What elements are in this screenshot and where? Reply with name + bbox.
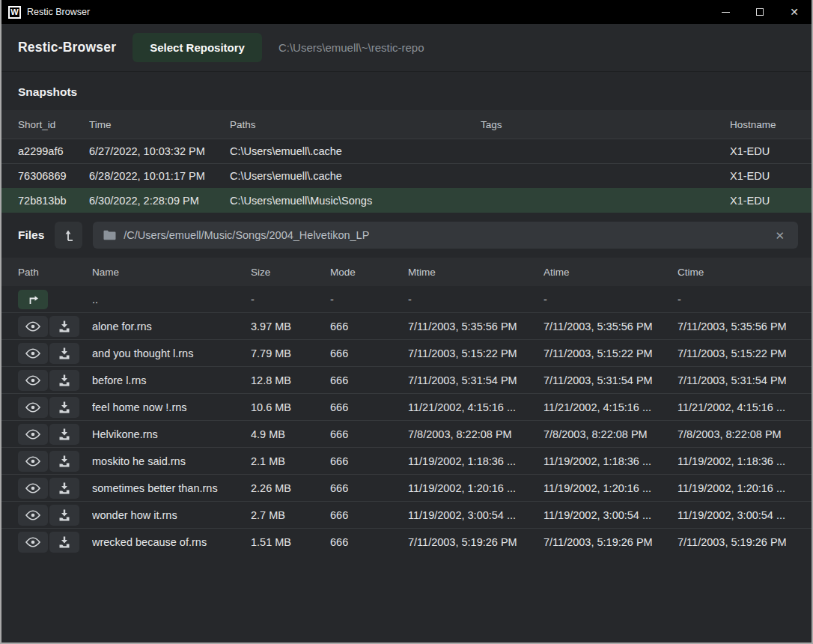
snapshot-time: 6/28/2022, 10:01:17 PM [89,170,230,182]
file-mode: 666 [330,509,408,521]
current-path-bar[interactable]: /C/Users/emuell/Music/Songs/2004_Helveti… [93,222,798,249]
close-icon: ✕ [790,7,799,17]
preview-file-button[interactable] [18,343,48,364]
download-file-button[interactable] [49,532,79,553]
col-paths: Paths [230,119,481,130]
file-size: 10.6 MB [251,401,330,413]
download-file-button[interactable] [49,397,79,418]
file-mode: 666 [330,536,408,548]
col-mode: Mode [330,267,408,278]
file-name: wonder how it.rns [92,509,251,521]
file-size: - [251,294,330,306]
download-file-button[interactable] [49,505,79,526]
file-atime: 7/11/2003, 5:19:26 PM [543,536,678,548]
file-size: 1.51 MB [251,536,330,548]
download-icon [57,454,72,469]
file-atime: 11/19/2002, 1:18:36 ... [543,455,678,467]
snapshot-paths: C:\Users\emuell\.cache [230,145,481,157]
file-size: 12.8 MB [251,374,330,386]
download-icon [57,508,72,523]
file-mode: 666 [330,374,408,386]
file-atime: 7/11/2003, 5:35:56 PM [543,321,678,332]
window-title: Restic Browser [27,7,90,17]
eye-icon [25,347,41,359]
eye-icon [25,321,41,332]
file-name: .. [92,294,251,306]
file-ctime: 11/19/2002, 1:18:36 ... [678,455,795,467]
download-file-button[interactable] [49,451,79,472]
file-mtime: 11/19/2002, 1:18:36 ... [408,455,543,467]
files-section-title: Files [18,228,44,242]
file-size: 2.1 MB [251,455,330,467]
empty-area [1,555,812,643]
col-ctime: Ctime [678,267,795,278]
eye-icon [25,401,41,413]
file-size: 7.79 MB [251,347,330,359]
file-mode: 666 [330,347,408,359]
file-size: 3.97 MB [251,321,330,332]
go-up-button[interactable] [18,290,48,309]
snapshot-time: 6/27/2022, 10:03:32 PM [89,145,230,157]
col-hostname: Hostname [730,119,795,130]
download-file-button[interactable] [49,370,79,391]
app-window: W Restic Browser ✕ Restic-Browser Select… [0,0,813,644]
maximize-button[interactable] [743,0,777,24]
clear-path-button[interactable]: ✕ [772,228,788,243]
file-row: and you thought l.rns 7.79 MB 666 7/11/2… [1,339,812,366]
file-mtime: 11/21/2002, 4:15:16 ... [408,401,543,413]
level-up-icon [61,228,76,243]
preview-file-button[interactable] [18,451,48,472]
close-button[interactable]: ✕ [777,0,812,24]
preview-file-button[interactable] [18,370,48,391]
app-logo-icon: W [8,6,21,19]
preview-file-button[interactable] [18,397,48,418]
file-mtime: 7/11/2003, 5:31:54 PM [408,374,543,386]
preview-file-button[interactable] [18,532,48,553]
col-tags: Tags [481,119,730,130]
go-to-root-button[interactable] [55,222,82,249]
files-toolbar: Files /C/Users/emuell/Music/Songs/2004_H… [1,213,812,258]
col-time: Time [89,119,230,130]
eye-icon [25,374,41,386]
file-row: sometimes better than.rns 2.26 MB 666 11… [1,474,812,501]
download-file-button[interactable] [49,316,79,337]
file-ctime: 7/11/2003, 5:19:26 PM [678,536,795,548]
snapshot-paths: C:\Users\emuell\Music\Songs [230,195,481,207]
file-atime: 7/11/2003, 5:31:54 PM [543,374,678,386]
download-icon [57,319,72,334]
file-mtime: 7/11/2003, 5:15:22 PM [408,347,543,359]
download-file-button[interactable] [49,343,79,364]
preview-file-button[interactable] [18,478,48,499]
file-mode: 666 [330,401,408,413]
download-icon [57,481,72,496]
file-mode: 666 [330,321,408,332]
file-mode: 666 [330,455,408,467]
preview-file-button[interactable] [18,316,48,337]
col-size: Size [251,267,330,278]
file-ctime: 7/11/2003, 5:31:54 PM [678,374,795,386]
file-ctime: - [678,294,795,306]
snapshot-short-id: 72b813bb [18,195,89,207]
file-row: moskito he said.rns 2.1 MB 666 11/19/200… [1,447,812,474]
snapshot-time: 6/30/2022, 2:28:09 PM [89,195,230,207]
file-name: and you thought l.rns [92,347,251,359]
app-header: Restic-Browser Select Repository C:\User… [1,24,812,72]
select-repository-button[interactable]: Select Repository [133,33,262,62]
file-ctime: 11/19/2002, 1:20:16 ... [678,482,795,494]
preview-file-button[interactable] [18,424,48,445]
file-name: alone for.rns [92,321,251,332]
snapshot-row[interactable]: a2299af6 6/27/2022, 10:03:32 PM C:\Users… [1,139,812,163]
file-name: sometimes better than.rns [92,482,251,494]
minimize-button[interactable] [708,0,743,24]
col-mtime: Mtime [408,267,543,278]
snapshot-row-selected[interactable]: 72b813bb 6/30/2022, 2:28:09 PM C:\Users\… [1,188,812,213]
up-then-right-arrow-icon [25,292,40,307]
col-name: Name [92,267,251,278]
file-row: wrecked because of.rns 1.51 MB 666 7/11/… [1,528,812,555]
file-ctime: 11/19/2002, 3:00:54 ... [678,509,795,521]
preview-file-button[interactable] [18,505,48,526]
title-bar: W Restic Browser ✕ [1,0,812,24]
snapshot-row[interactable]: 76306869 6/28/2022, 10:01:17 PM C:\Users… [1,163,812,188]
download-file-button[interactable] [49,424,79,445]
download-file-button[interactable] [49,478,79,499]
